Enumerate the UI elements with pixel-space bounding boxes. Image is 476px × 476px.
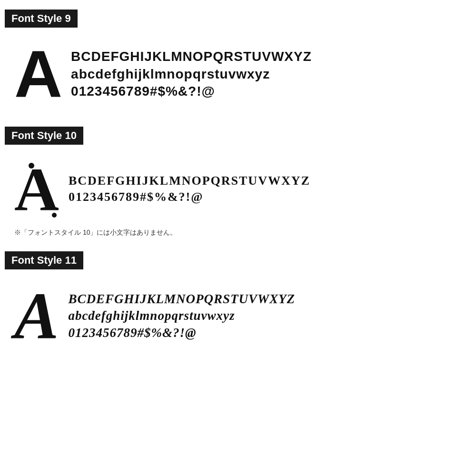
note-10: ※「フォントスタイル 10」には小文字はありません。 <box>5 228 471 237</box>
char-row-11-2: abcdefghijklmnopqrstuvwxyz <box>68 307 295 324</box>
section-title-11: Font Style 11 <box>5 251 83 269</box>
section-title-9: Font Style 9 <box>5 10 78 28</box>
font-section-11: Font Style 11 A BCDEFGHIJKLMNOPQRSTUVWXY… <box>5 251 471 354</box>
char-row-9-3: 0123456789#$%&?!@ <box>71 83 312 100</box>
font-section-10: Font Style 10 A BCDEFGHIJKLMNOPQRSTUVWXY… <box>5 127 471 237</box>
char-row-11-1: BCDEFGHIJKLMNOPQRSTUVWXYZ <box>68 291 295 307</box>
char-row-9-2: abcdefghijklmnopqrstuvwxyz <box>71 66 312 83</box>
section-title-10: Font Style 10 <box>5 127 83 145</box>
font-section-9: Font Style 9 A BCDEFGHIJKLMNOPQRSTUVWXYZ… <box>5 10 471 112</box>
big-letter-9: A <box>14 41 61 108</box>
char-rows-10: BCDEFGHIJKLMNOPQRSTUVWXYZ 0123456789#$%&… <box>69 173 310 205</box>
big-letter-10: A <box>14 158 59 220</box>
char-row-9-1: BCDEFGHIJKLMNOPQRSTUVWXYZ <box>71 48 312 65</box>
char-row-11-3: 0123456789#$%&?!@ <box>68 325 295 341</box>
char-row-10-2: 0123456789#$%&?!@ <box>69 189 310 205</box>
font-preview-9: A BCDEFGHIJKLMNOPQRSTUVWXYZ abcdefghijkl… <box>5 36 471 112</box>
big-letter-11: A <box>14 283 59 349</box>
page-container: Font Style 9 A BCDEFGHIJKLMNOPQRSTUVWXYZ… <box>0 0 476 476</box>
char-rows-11: BCDEFGHIJKLMNOPQRSTUVWXYZ abcdefghijklmn… <box>68 291 295 341</box>
font-preview-10: A BCDEFGHIJKLMNOPQRSTUVWXYZ 0123456789#$… <box>5 153 471 225</box>
font-preview-11: A BCDEFGHIJKLMNOPQRSTUVWXYZ abcdefghijkl… <box>5 278 471 354</box>
char-row-10-1: BCDEFGHIJKLMNOPQRSTUVWXYZ <box>69 173 310 189</box>
char-rows-9: BCDEFGHIJKLMNOPQRSTUVWXYZ abcdefghijklmn… <box>71 48 312 100</box>
